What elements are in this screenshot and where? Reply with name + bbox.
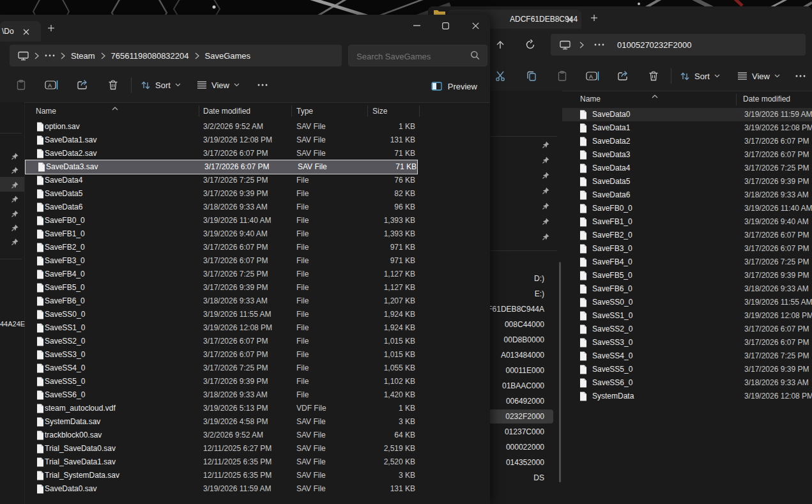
- column-header-name[interactable]: Name: [580, 95, 601, 103]
- share-button[interactable]: [611, 65, 634, 87]
- file-row[interactable]: SystemData.sav3/19/2026 4:58 PMSAV File3…: [24, 415, 490, 429]
- delete-button[interactable]: [642, 65, 665, 87]
- file-row[interactable]: SaveSS1_03/19/2026 12:08 PMFile1,924 KB: [24, 321, 490, 335]
- file-row[interactable]: SaveFB1_03/19/2026 9:40 AMFile1,393 KB: [24, 227, 490, 241]
- file-row[interactable]: SaveFB2_03/17/2026 6:07 PM: [562, 229, 812, 242]
- pushpin-icon[interactable]: [11, 194, 19, 206]
- file-row[interactable]: SaveSS3_03/17/2026 6:07 PM: [562, 336, 812, 349]
- tab-close-icon[interactable]: [20, 26, 32, 38]
- file-row[interactable]: SaveData1.sav3/19/2026 12:08 PMSAV File1…: [24, 134, 490, 147]
- file-row[interactable]: SaveData23/17/2026 6:07 PM: [562, 135, 812, 148]
- tab-left[interactable]: \Do: [0, 21, 41, 42]
- pushpin-icon[interactable]: [11, 209, 19, 220]
- file-row[interactable]: SaveFB5_03/17/2026 9:39 PM: [562, 269, 812, 282]
- column-header-name[interactable]: Name: [36, 107, 56, 116]
- delete-button[interactable]: [102, 74, 125, 96]
- column-divider[interactable]: [199, 105, 199, 117]
- rename-button[interactable]: A: [40, 74, 63, 96]
- file-row[interactable]: SaveData0.sav3/19/2026 11:59 AMSAV File1…: [24, 482, 490, 496]
- pushpin-icon[interactable]: [542, 232, 549, 243]
- breadcrumb-segment[interactable]: 76561198080832204: [111, 51, 189, 61]
- up-button[interactable]: [490, 34, 510, 55]
- file-row[interactable]: SaveData63/18/2026 9:33 AMFile96 KB: [24, 201, 490, 214]
- pushpin-icon[interactable]: [11, 237, 19, 248]
- column-divider[interactable]: [367, 105, 368, 117]
- file-row[interactable]: SaveData43/17/2026 7:25 PMFile76 KB: [24, 174, 490, 187]
- share-button[interactable]: [71, 74, 94, 96]
- file-row[interactable]: SaveFB6_03/18/2026 9:33 AM: [562, 282, 812, 296]
- breadcrumb-segment[interactable]: SaveGames: [205, 51, 251, 61]
- view-button[interactable]: View: [192, 74, 245, 96]
- pushpin-icon[interactable]: [11, 223, 19, 234]
- new-tab-button[interactable]: [588, 11, 601, 24]
- file-row[interactable]: SaveData13/19/2026 12:08 PM: [562, 121, 812, 135]
- file-row[interactable]: SaveFB4_03/17/2026 7:25 PM: [562, 256, 812, 269]
- copy-button[interactable]: [520, 65, 543, 87]
- file-row[interactable]: Trial_SaveData0.sav12/11/2025 6:27 PMSAV…: [24, 442, 490, 455]
- column-divider[interactable]: [291, 105, 292, 117]
- column-header-type[interactable]: Type: [296, 107, 313, 116]
- column-header-date[interactable]: Date modified: [743, 95, 790, 103]
- more-options-button[interactable]: [251, 74, 274, 96]
- pushpin-icon[interactable]: [542, 155, 549, 167]
- paste-button[interactable]: [551, 65, 574, 87]
- view-button[interactable]: View: [732, 65, 785, 87]
- file-row[interactable]: Trial_SystemData.sav12/11/2025 6:35 PMSA…: [24, 469, 490, 482]
- pushpin-icon[interactable]: [542, 201, 549, 213]
- file-row[interactable]: SaveSS6_03/18/2026 9:33 AMFile1,420 KB: [24, 388, 490, 402]
- file-row[interactable]: SaveData43/17/2026 7:25 PM: [562, 162, 812, 175]
- file-row[interactable]: SaveFB3_03/17/2026 6:07 PM: [562, 242, 812, 256]
- file-row[interactable]: steam_autocloud.vdf3/19/2026 5:13 PMVDF …: [24, 402, 490, 415]
- file-row[interactable]: SystemData3/19/2026 12:08 PM: [562, 390, 812, 403]
- ellipsis-icon[interactable]: [594, 43, 604, 46]
- pushpin-icon[interactable]: [542, 140, 549, 151]
- new-tab-button[interactable]: [45, 22, 57, 34]
- file-row[interactable]: SaveSS3_03/17/2026 6:07 PMFile1,015 KB: [24, 348, 490, 362]
- file-row[interactable]: SaveSS0_03/19/2026 11:55 AMFile1,924 KB: [24, 308, 490, 321]
- column-divider[interactable]: [419, 105, 420, 117]
- ellipsis-icon[interactable]: [45, 54, 55, 57]
- rename-button[interactable]: A: [581, 65, 604, 87]
- file-row[interactable]: SaveData2.sav3/17/2026 6:07 PMSAV File71…: [24, 147, 490, 160]
- file-row[interactable]: SaveFB0_03/19/2026 11:40 AM: [562, 202, 812, 215]
- file-row[interactable]: SaveFB2_03/17/2026 6:07 PMFile971 KB: [24, 241, 490, 254]
- address-box[interactable]: 01005270232F2000: [551, 34, 806, 56]
- paste-button[interactable]: [10, 74, 33, 96]
- file-row[interactable]: SaveSS0_03/19/2026 11:55 AM: [562, 296, 812, 309]
- file-row[interactable]: SaveData03/19/2026 11:59 AM: [562, 108, 812, 121]
- file-row[interactable]: SaveData33/17/2026 6:07 PM: [562, 148, 812, 162]
- column-header-date[interactable]: Date modified: [203, 107, 250, 116]
- search-box[interactable]: [348, 45, 487, 66]
- file-row[interactable]: SaveData53/17/2026 9:39 PM: [562, 175, 812, 188]
- search-icon[interactable]: [470, 50, 480, 63]
- file-row[interactable]: SaveData3.sav3/17/2026 6:07 PMSAV File71…: [26, 160, 417, 174]
- preview-toggle[interactable]: Preview: [431, 75, 477, 97]
- file-row[interactable]: SaveSS2_03/17/2026 6:07 PMFile1,015 KB: [24, 335, 490, 348]
- file-row[interactable]: trackblock00.sav3/2/2026 9:52 AMSAV File…: [24, 429, 490, 442]
- maximize-button[interactable]: [434, 16, 456, 35]
- address-box[interactable]: Steam 76561198080832204 SaveGames: [10, 45, 342, 66]
- file-row[interactable]: SaveFB5_03/17/2026 9:39 PMFile1,127 KB: [24, 281, 490, 294]
- pushpin-icon[interactable]: [11, 151, 19, 163]
- file-row[interactable]: SaveFB3_03/17/2026 6:07 PMFile971 KB: [24, 254, 490, 268]
- breadcrumb-segment[interactable]: Steam: [71, 51, 95, 61]
- search-input[interactable]: [355, 45, 466, 67]
- close-button[interactable]: [464, 16, 486, 35]
- pushpin-icon[interactable]: [11, 180, 19, 192]
- file-row[interactable]: SaveData63/18/2026 9:33 AM: [562, 188, 812, 202]
- cut-button[interactable]: [489, 65, 512, 87]
- more-options-button[interactable]: [789, 65, 812, 87]
- file-row[interactable]: Trial_SaveData1.sav12/11/2025 6:35 PMSAV…: [24, 455, 490, 469]
- tab-close-icon[interactable]: [564, 14, 576, 26]
- file-row[interactable]: SaveSS2_03/17/2026 6:07 PM: [562, 323, 812, 336]
- file-row[interactable]: SaveFB0_03/19/2026 11:40 AMFile1,393 KB: [24, 214, 490, 227]
- file-row[interactable]: SaveData53/17/2026 9:39 PMFile82 KB: [24, 187, 490, 201]
- file-row[interactable]: SaveSS4_03/17/2026 7:25 PM: [562, 349, 812, 363]
- file-row[interactable]: SaveFB4_03/17/2026 7:25 PMFile1,127 KB: [24, 268, 490, 281]
- file-row[interactable]: SaveSS5_03/17/2026 9:39 PMFile1,102 KB: [24, 375, 490, 388]
- pushpin-icon[interactable]: [542, 186, 549, 197]
- sort-button[interactable]: Sort: [675, 65, 725, 87]
- pushpin-icon[interactable]: [542, 171, 549, 182]
- sort-button[interactable]: Sort: [135, 74, 186, 96]
- nav-item-fragment[interactable]: 44A24E: [0, 320, 25, 328]
